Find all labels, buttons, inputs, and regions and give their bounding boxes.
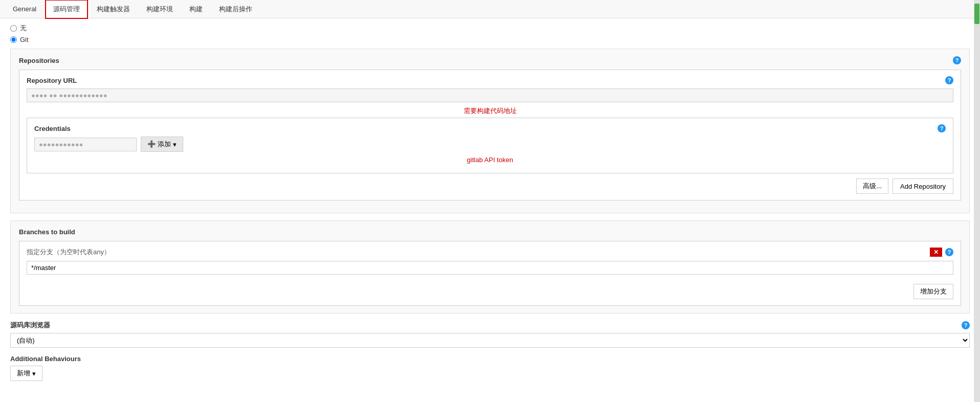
source-browser-help-icon[interactable]: ? bbox=[962, 321, 970, 329]
credentials-help-icon[interactable]: ? bbox=[938, 124, 946, 132]
radio-git-row: Git bbox=[10, 36, 970, 43]
right-scrollbar bbox=[974, 0, 980, 402]
repo-url-block: Repository URL ? 需要构建代码地址 Credentials ? … bbox=[19, 70, 961, 200]
source-browser-select[interactable]: (自动) bbox=[10, 333, 970, 348]
tab-source-mgmt[interactable]: 源码管理 bbox=[45, 0, 88, 19]
repositories-header: Repositories ? bbox=[19, 56, 961, 64]
tab-general[interactable]: General bbox=[5, 1, 44, 17]
branch-field-label: 指定分支（为空时代表any） bbox=[27, 248, 111, 257]
top-nav: General 源码管理 构建触发器 构建环境 构建 构建后操作 bbox=[0, 0, 980, 18]
advanced-button[interactable]: 高级... bbox=[856, 178, 888, 194]
branches-section: Branches to build 指定分支（为空时代表any） ✕ ? */m… bbox=[10, 220, 970, 314]
scrollbar-thumb[interactable] bbox=[974, 4, 979, 24]
main-content: 无 Git Repositories ? Repository URL ? 需要… bbox=[0, 18, 980, 402]
radio-none-label: 无 bbox=[20, 24, 27, 33]
repositories-section: Repositories ? Repository URL ? 需要构建代码地址… bbox=[10, 49, 970, 213]
new-add-label: 新增 bbox=[17, 369, 30, 378]
add-credentials-button[interactable]: ➕ 添加 ▾ bbox=[141, 137, 183, 152]
repositories-title: Repositories bbox=[19, 57, 59, 64]
radio-none-row: 无 bbox=[10, 24, 970, 33]
add-repository-button[interactable]: Add Repository bbox=[892, 178, 953, 194]
credentials-input[interactable] bbox=[34, 138, 137, 151]
tab-build-env[interactable]: 构建环境 bbox=[139, 0, 181, 18]
additional-behaviours-section: Additional Behaviours 新增 ▾ bbox=[10, 355, 970, 381]
tab-post-build[interactable]: 构建后操作 bbox=[211, 0, 260, 18]
radio-git[interactable] bbox=[10, 36, 17, 43]
credentials-block: Credentials ? ➕ 添加 ▾ gitlab API token bbox=[27, 118, 953, 173]
add-credentials-dropdown-icon: ▾ bbox=[173, 141, 177, 148]
branches-title: Branches to build bbox=[19, 228, 75, 236]
source-browser-title: 源码库浏览器 bbox=[10, 321, 50, 330]
branch-row-header: 指定分支（为空时代表any） ✕ ? bbox=[27, 248, 953, 257]
add-credentials-label: ➕ 添加 bbox=[147, 140, 171, 149]
additional-behaviours-title: Additional Behaviours bbox=[10, 355, 81, 363]
credentials-header: Credentials ? bbox=[34, 124, 946, 132]
source-browser-header: 源码库浏览器 ? bbox=[10, 321, 970, 330]
branches-header: Branches to build bbox=[19, 228, 961, 236]
radio-none[interactable] bbox=[10, 25, 17, 32]
repo-url-header: Repository URL ? bbox=[27, 76, 953, 84]
new-add-dropdown-icon: ▾ bbox=[32, 370, 36, 377]
repo-url-label: Repository URL bbox=[27, 77, 77, 84]
radio-group: 无 Git bbox=[10, 24, 970, 43]
repo-url-input[interactable] bbox=[27, 88, 953, 102]
buttons-row: 高级... Add Repository bbox=[27, 178, 953, 194]
add-branch-button[interactable]: 增加分支 bbox=[913, 284, 953, 299]
repo-url-help-icon[interactable]: ? bbox=[945, 76, 953, 84]
tab-build-trigger[interactable]: 构建触发器 bbox=[89, 0, 138, 18]
credentials-label: Credentials bbox=[34, 125, 71, 132]
branches-block: 指定分支（为空时代表any） ✕ ? */master 增加分支 bbox=[19, 241, 961, 306]
cred-row: ➕ 添加 ▾ bbox=[34, 137, 946, 152]
page-container: General 源码管理 构建触发器 构建环境 构建 构建后操作 无 Git R… bbox=[0, 0, 980, 402]
close-branch-button[interactable]: ✕ bbox=[930, 248, 942, 257]
branch-help-icon[interactable]: ? bbox=[945, 248, 953, 256]
tab-build[interactable]: 构建 bbox=[182, 0, 210, 18]
branch-input[interactable]: */master bbox=[27, 261, 953, 275]
additional-behaviours-header: Additional Behaviours bbox=[10, 355, 970, 363]
radio-git-label: Git bbox=[20, 36, 29, 43]
repo-url-annotation: 需要构建代码地址 bbox=[27, 106, 953, 116]
branch-buttons-row: 增加分支 bbox=[27, 284, 953, 299]
gitlab-annotation: gitlab API token bbox=[34, 156, 946, 164]
repositories-help-icon[interactable]: ? bbox=[953, 56, 961, 64]
source-browser-section: 源码库浏览器 ? (自动) bbox=[10, 321, 970, 348]
new-add-button[interactable]: 新增 ▾ bbox=[10, 366, 42, 381]
